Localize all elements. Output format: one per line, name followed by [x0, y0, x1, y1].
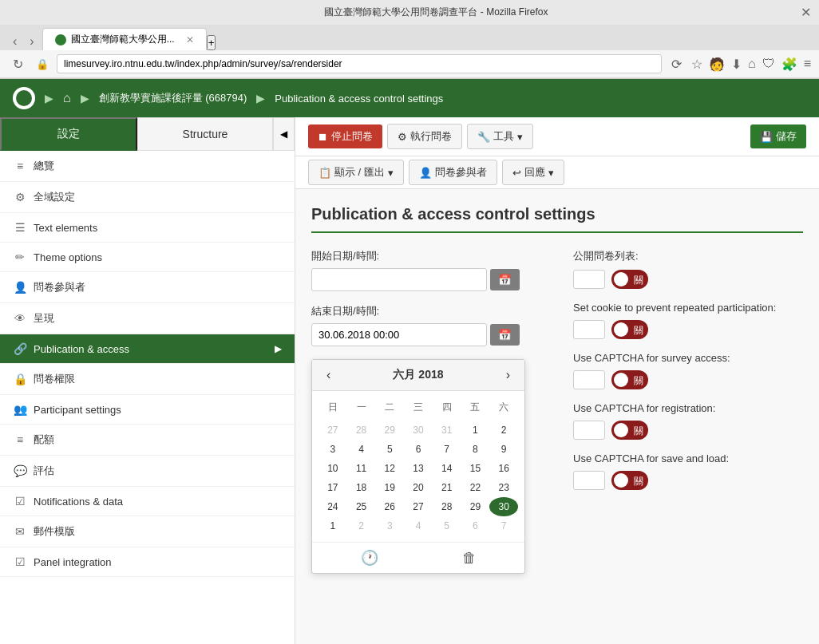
calendar-day[interactable]: 27: [318, 421, 347, 440]
calendar-day[interactable]: 21: [433, 478, 461, 497]
home-breadcrumb[interactable]: ⌂: [63, 91, 71, 105]
calendar-day[interactable]: 23: [489, 478, 518, 497]
calendar-day[interactable]: 16: [489, 459, 518, 478]
calendar-day[interactable]: 24: [318, 497, 347, 516]
cookie-toggle[interactable]: 關: [611, 320, 648, 339]
calendar-day[interactable]: 19: [375, 478, 404, 497]
calendar-day[interactable]: 22: [461, 478, 490, 497]
calendar-day[interactable]: 3: [375, 516, 404, 535]
calendar-day[interactable]: 17: [318, 478, 347, 497]
captcha-save-toggle[interactable]: 關: [611, 471, 648, 490]
shield-icon[interactable]: 🛡: [762, 57, 775, 72]
calendar-day[interactable]: 5: [433, 516, 461, 535]
sidebar-item-email-templates[interactable]: ✉ 郵件模版: [0, 516, 295, 547]
back-button[interactable]: ‹: [8, 33, 22, 50]
calendar-day[interactable]: 1: [461, 421, 490, 440]
calendar-clear-button[interactable]: 🗑: [462, 549, 477, 567]
calendar-day[interactable]: 13: [404, 459, 433, 478]
calendar-day[interactable]: 27: [404, 497, 433, 516]
calendar-day[interactable]: 30: [404, 421, 433, 440]
captcha-reg-slider: 關: [611, 421, 648, 440]
close-button[interactable]: ✕: [801, 5, 811, 20]
calendar-day[interactable]: 25: [347, 497, 376, 516]
calendar-day[interactable]: 4: [404, 516, 433, 535]
calendar-next-button[interactable]: ›: [501, 366, 515, 384]
public-survey-toggle[interactable]: 關: [611, 270, 648, 289]
url-bar[interactable]: [57, 54, 662, 73]
calendar-today-button[interactable]: 🕐: [361, 549, 378, 567]
calendar-day[interactable]: 12: [375, 459, 404, 478]
sidebar-item-theme-options[interactable]: ✏ Theme options: [0, 243, 295, 272]
calendar-day[interactable]: 2: [489, 421, 518, 440]
menu-icon[interactable]: ≡: [804, 57, 811, 72]
tab-close-button[interactable]: ✕: [186, 34, 194, 45]
active-tab[interactable]: 國立臺灣師範大學公用... ✕: [42, 28, 207, 50]
end-date-calendar-button[interactable]: 📅: [490, 324, 520, 346]
calendar-day[interactable]: 11: [347, 459, 376, 478]
calendar-day[interactable]: 28: [347, 421, 376, 440]
calendar-day[interactable]: 29: [461, 497, 490, 516]
sidebar-item-text-elements[interactable]: ☰ Text elements: [0, 213, 295, 243]
stop-survey-button[interactable]: ⏹ 停止問卷: [308, 124, 382, 148]
execute-survey-button[interactable]: ⚙ 執行問卷: [387, 124, 462, 149]
sidebar-item-survey-permissions[interactable]: 🔒 問卷權限: [0, 364, 295, 395]
sidebar-item-publication-access[interactable]: 🔗 Publication & access ▶: [0, 334, 295, 364]
sidebar-item-participant-settings[interactable]: 👥 Participant settings: [0, 395, 295, 425]
calendar-prev-button[interactable]: ‹: [322, 366, 335, 384]
tab-settings[interactable]: 設定: [0, 117, 137, 151]
stop-icon: ⏹: [318, 131, 328, 143]
calendar-day[interactable]: 20: [404, 478, 433, 497]
sidebar-item-quota[interactable]: ≡ 配額: [0, 425, 295, 456]
start-date-calendar-button[interactable]: 📅: [490, 269, 520, 290]
calendar-day[interactable]: 4: [347, 440, 376, 459]
calendar-day[interactable]: 7: [489, 516, 518, 535]
download-icon[interactable]: ⬇: [731, 57, 742, 72]
breadcrumb-arrow-1: ▶: [45, 92, 53, 105]
sidebar-item-panel-integration[interactable]: ☑ Panel integration: [0, 547, 295, 577]
tab-structure[interactable]: Structure: [137, 117, 273, 151]
calendar-day[interactable]: 3: [318, 440, 347, 459]
sidebar-item-notifications[interactable]: ☑ Notifications & data: [0, 487, 295, 516]
calendar-day[interactable]: 6: [461, 516, 490, 535]
calendar-day[interactable]: 15: [461, 459, 490, 478]
calendar-day[interactable]: 7: [433, 440, 461, 459]
calendar-day[interactable]: 8: [461, 440, 490, 459]
survey-participants-button[interactable]: 👤 問卷參與者: [409, 160, 497, 185]
display-export-button[interactable]: 📋 顯示 / 匯出 ▾: [308, 160, 404, 185]
sidebar-item-overview[interactable]: ≡ 總覽: [0, 151, 295, 182]
calendar-day[interactable]: 10: [318, 459, 347, 478]
calendar-day[interactable]: 1: [318, 516, 347, 535]
calendar-day[interactable]: 9: [489, 440, 518, 459]
calendar-day[interactable]: 30: [489, 497, 518, 516]
calendar-day[interactable]: 6: [404, 440, 433, 459]
end-date-input[interactable]: [311, 323, 487, 346]
reload-icon[interactable]: ⟳: [667, 55, 686, 73]
calendar-day[interactable]: 5: [375, 440, 404, 459]
bookmark-icon[interactable]: ☆: [691, 57, 702, 72]
sidebar-item-assessment[interactable]: 💬 評估: [0, 456, 295, 487]
calendar-day[interactable]: 29: [375, 421, 404, 440]
responses-button[interactable]: ↩ 回應 ▾: [502, 160, 564, 185]
start-date-input[interactable]: [311, 268, 487, 291]
user-icon[interactable]: 🧑: [709, 57, 725, 72]
calendar-day[interactable]: 31: [433, 421, 461, 440]
tools-button[interactable]: 🔧 工具 ▾: [467, 124, 533, 149]
sidebar-collapse-btn[interactable]: ◀: [273, 117, 295, 151]
captcha-registration-toggle[interactable]: 關: [611, 421, 648, 440]
home-icon[interactable]: ⌂: [748, 57, 756, 72]
calendar-day[interactable]: 28: [433, 497, 461, 516]
captcha-access-toggle[interactable]: 關: [611, 370, 648, 389]
extension-icon[interactable]: 🧩: [781, 57, 797, 72]
sidebar-item-presentation[interactable]: 👁 呈現: [0, 303, 295, 334]
survey-breadcrumb[interactable]: 創新教學實施課後評量 (668794): [99, 91, 247, 105]
save-button[interactable]: 💾 儲存: [750, 124, 806, 148]
sidebar-item-global-settings[interactable]: ⚙ 全域設定: [0, 182, 295, 213]
calendar-day[interactable]: 18: [347, 478, 376, 497]
forward-button[interactable]: ›: [25, 33, 38, 50]
new-tab-button[interactable]: +: [207, 35, 216, 50]
calendar-day[interactable]: 14: [433, 459, 461, 478]
calendar-day[interactable]: 2: [347, 516, 376, 535]
sidebar-item-survey-participants[interactable]: 👤 問卷參與者: [0, 272, 295, 303]
calendar-day[interactable]: 26: [375, 497, 404, 516]
refresh-button[interactable]: ↻: [8, 55, 28, 73]
